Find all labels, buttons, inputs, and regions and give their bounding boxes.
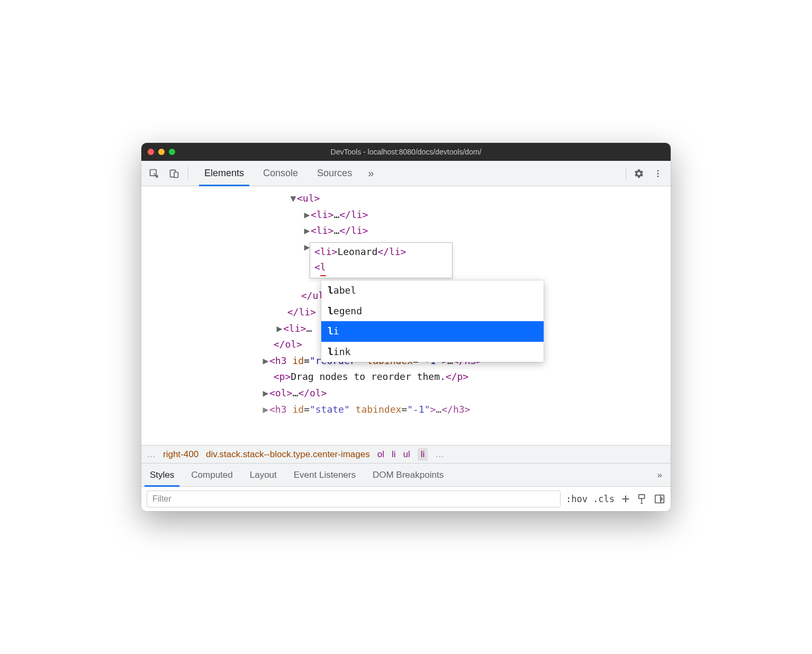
breadcrumb-item[interactable]: right-400 (163, 449, 199, 460)
traffic-lights (148, 149, 175, 155)
edit-line[interactable]: <li>Leonard</li> (314, 244, 448, 260)
disclosure-triangle-right-icon[interactable]: ▶ (276, 321, 283, 337)
close-window-button[interactable] (148, 149, 154, 155)
dom-node[interactable]: ▶<h3 id="state" tabindex="-1">…</h3> (141, 402, 671, 418)
minimize-window-button[interactable] (158, 149, 165, 155)
hov-button[interactable]: :hov (566, 494, 588, 504)
autocomplete-item[interactable]: link (321, 342, 544, 362)
dom-node[interactable]: ▶<li>…</li> (141, 207, 671, 223)
disclosure-triangle-right-icon[interactable]: ▶ (262, 385, 269, 402)
svg-point-4 (657, 172, 659, 174)
dom-node[interactable]: ▶<li>…</li> (141, 223, 671, 239)
new-style-rule-icon[interactable] (620, 493, 631, 505)
dom-node[interactable]: ▼<ul> (141, 190, 671, 207)
tab-sources[interactable]: Sources (308, 161, 362, 186)
edit-line-partial[interactable]: <l (314, 260, 448, 276)
autocomplete-popup: label legend li link (321, 280, 544, 362)
toolbar-left (141, 161, 195, 186)
more-tabs-button[interactable]: » (362, 161, 380, 186)
svg-point-5 (657, 175, 659, 177)
breadcrumb-item-current[interactable]: li (418, 448, 428, 461)
disclosure-triangle-right-icon[interactable]: ▶ (303, 223, 311, 239)
inspect-element-icon[interactable] (146, 165, 163, 182)
disclosure-triangle-right-icon[interactable]: ▶ (262, 353, 269, 369)
tab-layout[interactable]: Layout (241, 464, 285, 486)
tab-console[interactable]: Console (254, 161, 308, 186)
dom-tree[interactable]: ▼<ul> ▶<li>…</li> ▶<li>…</li> ▶ </ul> </… (141, 186, 671, 446)
kebab-menu-icon[interactable] (649, 165, 666, 182)
filter-input[interactable] (147, 490, 561, 507)
devtools-window: DevTools - localhost:8080/docs/devtools/… (141, 143, 671, 511)
tab-elements[interactable]: Elements (195, 161, 254, 186)
svg-point-3 (657, 170, 659, 171)
dom-breadcrumb: … right-400 div.stack.stack--block.type.… (141, 446, 671, 464)
more-sidebar-tabs[interactable]: » (649, 464, 671, 486)
tab-styles[interactable]: Styles (141, 464, 183, 486)
breadcrumb-overflow-left[interactable]: … (147, 449, 156, 460)
breadcrumb-item[interactable]: li (392, 449, 396, 460)
autocomplete-item[interactable]: legend (321, 301, 544, 322)
device-toolbar-icon[interactable] (166, 165, 183, 182)
toolbar-separator (188, 167, 188, 180)
tab-computed[interactable]: Computed (183, 464, 241, 486)
edit-as-html-box[interactable]: <li>Leonard</li> <l (310, 242, 453, 278)
computed-panel-toggle-icon[interactable] (654, 493, 665, 505)
toolbar-separator (626, 167, 626, 180)
styles-toolbar: :hov .cls (141, 487, 671, 511)
breadcrumb-item[interactable]: ol (377, 449, 384, 460)
tab-dom-breakpoints[interactable]: DOM Breakpoints (364, 464, 452, 486)
svg-rect-2 (174, 172, 178, 177)
autocomplete-item-selected[interactable]: li (321, 321, 544, 342)
breadcrumb-item[interactable]: div.stack.stack--block.type.center-image… (206, 449, 370, 460)
dom-node[interactable]: <p>Drag nodes to reorder them.</p> (141, 369, 671, 385)
dom-node[interactable]: ▶<ol>…</ol> (141, 385, 671, 402)
disclosure-triangle-right-icon[interactable]: ▶ (262, 402, 269, 418)
breadcrumb-overflow-right[interactable]: … (435, 449, 444, 460)
titlebar: DevTools - localhost:8080/docs/devtools/… (141, 143, 671, 161)
disclosure-triangle-down-icon[interactable]: ▼ (290, 190, 297, 207)
main-toolbar: Elements Console Sources » (141, 161, 671, 186)
autocomplete-item[interactable]: label (321, 280, 544, 301)
toolbar-right (619, 161, 671, 186)
paint-flash-icon[interactable] (637, 493, 648, 505)
disclosure-triangle-right-icon[interactable]: ▶ (303, 207, 311, 223)
sidebar-tabs: Styles Computed Layout Event Listeners D… (141, 464, 671, 487)
spacer (452, 464, 648, 486)
cls-button[interactable]: .cls (593, 494, 615, 504)
main-tabs: Elements Console Sources » (195, 161, 619, 186)
settings-icon[interactable] (630, 165, 647, 182)
tab-event-listeners[interactable]: Event Listeners (285, 464, 364, 486)
window-title: DevTools - localhost:8080/docs/devtools/… (331, 148, 482, 156)
zoom-window-button[interactable] (169, 149, 175, 155)
svg-rect-6 (639, 495, 645, 498)
breadcrumb-item[interactable]: ul (403, 449, 410, 460)
